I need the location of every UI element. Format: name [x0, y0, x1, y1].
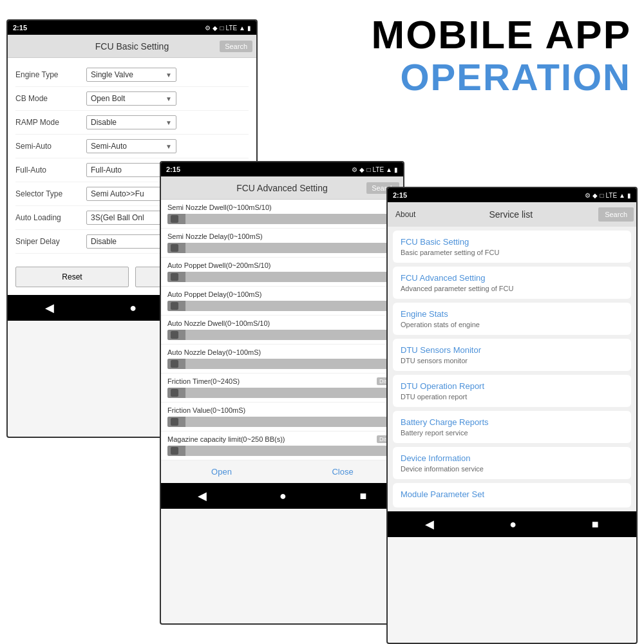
label-full-auto: Full-Auto [15, 166, 86, 175]
slider-label-auto-poppet-delay: Auto Poppet Delay(0~100mS) [167, 290, 397, 298]
lte-label-adv: LTE [372, 166, 384, 173]
notification-icon-adv: □ [366, 166, 370, 173]
time-basic: 2:15 [13, 24, 27, 32]
app-bar-title-basic: FCU Basic Setting [95, 41, 169, 52]
open-button[interactable]: Open [161, 460, 282, 483]
slider-label-semi-nozzle-delay: Semi Nozzle Delay(0~100mS) [167, 232, 397, 240]
status-bar-advanced: 2:15 ⚙ ◆ □ LTE ▲ ▮ [161, 162, 403, 176]
back-icon[interactable]: ◀ [45, 301, 54, 315]
operation-title: OPERATION [371, 57, 631, 98]
dropdown-semi-auto[interactable]: Semi-Auto ▼ [86, 139, 176, 153]
lte-label-svc: LTE [605, 192, 617, 199]
reset-button[interactable]: Reset [15, 267, 129, 287]
back-icon-adv[interactable]: ◀ [198, 489, 207, 503]
slider-friction-value: Friction Value(0~100mS) [161, 402, 403, 431]
form-row-engine-type: Engine Type Single Valve ▼ [15, 63, 249, 87]
advanced-bottom-buttons: Open Close [161, 460, 403, 483]
slider-track-6[interactable] [167, 359, 397, 369]
slider-track-9[interactable] [167, 446, 397, 456]
slider-label-friction-timer: Friction Timer(0~240S) Disab [167, 377, 397, 385]
list-item-battery-charge[interactable]: Battery Charge Reports Battery report se… [393, 411, 631, 443]
home-icon-svc[interactable]: ● [509, 518, 516, 531]
home-icon-adv[interactable]: ● [279, 489, 287, 503]
recent-icon-svc[interactable]: ■ [592, 518, 599, 531]
service-item-title-dtu-operation: DTU Operation Report [401, 381, 623, 391]
label-selector-type: Selector Type [15, 189, 86, 198]
dropdown-value-engine-type: Single Valve [91, 70, 133, 79]
list-item-dtu-sensors[interactable]: DTU Sensors Monitor DTU sensors monitor [393, 339, 631, 371]
app-bar-basic: FCU Basic Setting Search [8, 35, 256, 58]
slider-track-8[interactable] [167, 417, 397, 427]
status-icons-basic: ⚙ ◆ □ LTE ▲ ▮ [205, 24, 251, 32]
slider-auto-nozzle-dwell: Auto Nozzle Dwell(0~100mS/10) [161, 316, 403, 345]
notification-icon: □ [220, 24, 223, 32]
service-item-title-dtu-sensors: DTU Sensors Monitor [401, 345, 623, 355]
label-sniper-delay: Sniper Delay [15, 237, 86, 246]
slider-label-auto-nozzle-delay: Auto Nozzle Delay(0~100mS) [167, 348, 397, 356]
dropdown-engine-type[interactable]: Single Valve ▼ [86, 68, 176, 82]
slider-track-2[interactable] [167, 243, 397, 253]
battery-icon-adv: ▮ [394, 166, 398, 173]
chevron-down-icon-3: ▼ [166, 119, 172, 126]
home-icon[interactable]: ● [129, 301, 137, 315]
app-bar-title-advanced: FCU Advanced Setting [236, 183, 328, 193]
service-item-desc-dtu-operation: DTU operation report [401, 393, 623, 401]
list-item-dtu-operation[interactable]: DTU Operation Report DTU operation repor… [393, 375, 631, 407]
slider-label-auto-nozzle-dwell: Auto Nozzle Dwell(0~100mS/10) [167, 319, 397, 327]
slider-track-5[interactable] [167, 330, 397, 340]
slider-auto-nozzle-delay: Auto Nozzle Delay(0~100mS) [161, 345, 403, 374]
dropdown-value-cb-mode: Open Bolt [91, 94, 125, 103]
form-row-cb-mode: CB Mode Open Bolt ▼ [15, 87, 249, 111]
app-bar-advanced: FCU Advanced Setting Search [161, 176, 403, 200]
slider-semi-nozzle-dwell: Semi Nozzle Dwell(0~100mS/10) [161, 200, 403, 229]
screen-service: 2:15 ⚙ ◆ □ LTE ▲ ▮ About Service list Se… [386, 187, 638, 644]
dropdown-value-sniper-delay: Disable [91, 237, 117, 246]
dropdown-ramp-mode[interactable]: Disable ▼ [86, 115, 176, 129]
signal-icon-svc: ▲ [619, 192, 625, 199]
search-button-service[interactable]: Search [598, 207, 634, 222]
form-row-semi-auto: Semi-Auto Semi-Auto ▼ [15, 135, 249, 158]
list-item-module-param[interactable]: Module Parameter Set [393, 483, 631, 507]
search-button-basic[interactable]: Search [220, 41, 252, 52]
signal-icon: ▲ [239, 24, 245, 32]
list-item-engine-stats[interactable]: Engine Stats Operation stats of engine [393, 303, 631, 335]
list-item-device-info[interactable]: Device Information Device information se… [393, 447, 631, 479]
list-item-fcu-advanced[interactable]: FCU Advanced Setting Advanced parameter … [393, 267, 631, 299]
service-list-title: Service list [423, 209, 598, 220]
recent-icon-adv[interactable]: ■ [359, 489, 366, 503]
service-item-desc-dtu-sensors: DTU sensors monitor [401, 357, 623, 365]
back-icon-svc[interactable]: ◀ [425, 517, 434, 531]
slider-label-semi-nozzle-dwell: Semi Nozzle Dwell(0~100mS/10) [167, 204, 397, 211]
list-item-fcu-basic[interactable]: FCU Basic Setting Basic parameter settin… [393, 231, 631, 263]
slider-track-1[interactable] [167, 214, 397, 224]
status-bar-service: 2:15 ⚙ ◆ □ LTE ▲ ▮ [388, 188, 636, 202]
close-button[interactable]: Close [282, 460, 403, 483]
slider-track-4[interactable] [167, 301, 397, 311]
service-item-desc-battery-charge: Battery report service [401, 429, 623, 437]
tab-about[interactable]: About [388, 205, 423, 224]
dropdown-value-ramp-mode: Disable [91, 118, 117, 127]
chevron-down-icon-4: ▼ [166, 143, 172, 150]
status-icons-service: ⚙ ◆ □ LTE ▲ ▮ [585, 192, 631, 199]
service-item-title-device-info: Device Information [401, 453, 623, 463]
screen-advanced: 2:15 ⚙ ◆ □ LTE ▲ ▮ FCU Advanced Setting … [160, 161, 404, 625]
notification-icon-svc: □ [600, 192, 603, 199]
settings-icon: ⚙ [205, 24, 211, 32]
time-advanced: 2:15 [166, 166, 180, 173]
service-tabs-bar: About Service list Search [388, 202, 636, 227]
slider-semi-nozzle-delay: Semi Nozzle Delay(0~100mS) [161, 229, 403, 258]
slider-track-7[interactable] [167, 388, 397, 398]
slider-track-3[interactable] [167, 272, 397, 282]
label-ramp-mode: RAMP Mode [15, 118, 86, 127]
chevron-down-icon-2: ▼ [166, 95, 172, 102]
label-semi-auto: Semi-Auto [15, 142, 86, 151]
right-text-block: MOBILE APP OPERATION [371, 13, 631, 98]
mobile-app-title: MOBILE APP [371, 13, 631, 57]
slider-auto-poppet-delay: Auto Poppet Delay(0~100mS) [161, 287, 403, 316]
status-bar-basic: 2:15 ⚙ ◆ □ LTE ▲ ▮ [8, 21, 256, 35]
location-icon: ◆ [213, 24, 218, 32]
slider-label-magazine-capacity: Magazine capacity limit(0~250 BB(s)) Dis… [167, 435, 397, 443]
dropdown-cb-mode[interactable]: Open Bolt ▼ [86, 91, 176, 106]
slider-label-auto-poppet-dwell: Auto Poppet Dwell(0~200mS/10) [167, 261, 397, 269]
dropdown-value-full-auto: Full-Auto [91, 166, 122, 175]
